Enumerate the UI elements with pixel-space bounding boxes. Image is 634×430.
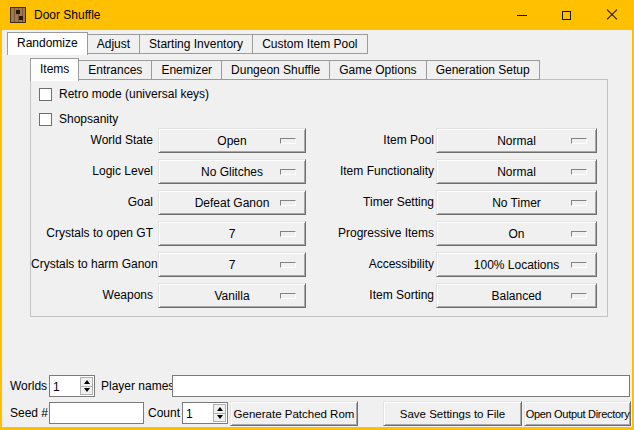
tab-items[interactable]: Items [30, 58, 79, 81]
count-label: Count [148, 406, 180, 420]
accessibility-dropdown[interactable]: 100% Locations [436, 252, 597, 277]
seed-label: Seed # [10, 406, 48, 420]
timer-setting-label: Timer Setting [311, 195, 434, 209]
dropdown-indicator-icon [280, 169, 296, 175]
count-spinner[interactable] [182, 402, 228, 424]
dropdown-indicator-icon [571, 262, 587, 268]
options-row: Goal Defeat Ganon Timer Setting No Timer [31, 190, 607, 215]
titlebar[interactable]: Door Shuffle [0, 0, 634, 30]
options-row: World State Open Item Pool Normal [31, 128, 607, 153]
tab-entrances[interactable]: Entrances [79, 60, 152, 80]
dropdown-indicator-icon [280, 262, 296, 268]
item-sorting-value: Balanced [491, 289, 541, 303]
dropdown-indicator-icon [571, 231, 587, 237]
weapons-label: Weapons [31, 288, 153, 302]
arrow-down-icon [84, 388, 90, 392]
tab-randomize[interactable]: Randomize [7, 32, 88, 55]
spin-up-button[interactable] [213, 404, 226, 414]
retro-mode-label: Retro mode (universal keys) [59, 87, 209, 101]
window-title: Door Shuffle [34, 8, 101, 22]
world-state-label: World State [31, 133, 153, 147]
sub-tab-bar: Items Entrances Enemizer Dungeon Shuffle… [30, 57, 540, 80]
generate-patched-rom-button[interactable]: Generate Patched Rom [230, 401, 358, 426]
item-pool-label: Item Pool [311, 133, 434, 147]
crystals-gt-dropdown[interactable]: 7 [158, 221, 306, 246]
dropdown-indicator-icon [280, 200, 296, 206]
shopsanity-label: Shopsanity [59, 112, 118, 126]
tab-game-options[interactable]: Game Options [330, 60, 426, 80]
progressive-items-dropdown[interactable]: On [436, 221, 597, 246]
timer-setting-value: No Timer [492, 196, 541, 210]
tab-dungeon-shuffle[interactable]: Dungeon Shuffle [222, 60, 330, 80]
item-functionality-dropdown[interactable]: Normal [436, 159, 597, 184]
dropdown-indicator-icon [571, 293, 587, 299]
tab-generation-setup[interactable]: Generation Setup [427, 60, 540, 80]
window-controls [499, 0, 634, 30]
retro-mode-checkbox-row[interactable]: Retro mode (universal keys) [39, 84, 209, 104]
world-state-value: Open [217, 134, 246, 148]
spin-down-button[interactable] [213, 414, 226, 423]
item-pool-dropdown[interactable]: Normal [436, 128, 597, 153]
item-sorting-label: Item Sorting [311, 288, 434, 302]
options-row: Logic Level No Glitches Item Functionali… [31, 159, 607, 184]
close-icon [606, 9, 618, 21]
save-settings-button[interactable]: Save Settings to File [383, 401, 522, 426]
item-sorting-dropdown[interactable]: Balanced [436, 283, 597, 308]
tab-enemizer[interactable]: Enemizer [152, 60, 222, 80]
goal-label: Goal [31, 195, 153, 209]
shopsanity-checkbox-row[interactable]: Shopsanity [39, 109, 118, 129]
close-button[interactable] [589, 0, 634, 30]
seed-input[interactable] [49, 402, 144, 424]
world-state-dropdown[interactable]: Open [158, 128, 306, 153]
arrow-up-icon [84, 380, 90, 384]
logic-level-dropdown[interactable]: No Glitches [158, 159, 306, 184]
player-names-label: Player names [101, 379, 174, 393]
shopsanity-checkbox[interactable] [39, 113, 52, 126]
options-row: Crystals to harm Ganon 7 Accessibility 1… [31, 252, 607, 277]
maximize-button[interactable] [544, 0, 589, 30]
worlds-label: Worlds [10, 379, 47, 393]
open-output-directory-button[interactable]: Open Output Directory [524, 401, 631, 426]
crystals-gt-value: 7 [229, 227, 236, 241]
main-tab-bar: Randomize Adjust Starting Inventory Cust… [7, 31, 368, 54]
tab-custom-item-pool[interactable]: Custom Item Pool [253, 34, 367, 54]
accessibility-label: Accessibility [311, 257, 434, 271]
item-pool-value: Normal [497, 134, 536, 148]
dropdown-indicator-icon [280, 138, 296, 144]
dropdown-indicator-icon [571, 138, 587, 144]
weapons-dropdown[interactable]: Vanilla [158, 283, 306, 308]
tab-starting-inventory[interactable]: Starting Inventory [140, 34, 253, 54]
timer-setting-dropdown[interactable]: No Timer [436, 190, 597, 215]
crystals-ganon-dropdown[interactable]: 7 [158, 252, 306, 277]
crystals-ganon-label: Crystals to harm Ganon [31, 257, 153, 271]
arrow-up-icon [217, 407, 223, 411]
dropdown-indicator-icon [280, 293, 296, 299]
retro-mode-checkbox[interactable] [39, 88, 52, 101]
weapons-value: Vanilla [214, 289, 249, 303]
worlds-spinner[interactable] [49, 375, 95, 397]
goal-value: Defeat Ganon [195, 196, 270, 210]
goal-dropdown[interactable]: Defeat Ganon [158, 190, 306, 215]
spin-down-button[interactable] [80, 387, 93, 396]
accessibility-value: 100% Locations [474, 258, 559, 272]
dropdown-indicator-icon [280, 231, 296, 237]
crystals-gt-label: Crystals to open GT [31, 226, 153, 240]
dropdown-indicator-icon [571, 169, 587, 175]
maximize-icon [562, 11, 571, 20]
minimize-button[interactable] [499, 0, 544, 30]
dropdown-indicator-icon [571, 200, 587, 206]
progressive-items-value: On [508, 227, 524, 241]
spin-up-button[interactable] [80, 377, 93, 387]
player-names-input[interactable] [172, 375, 630, 397]
items-pane: Retro mode (universal keys) Shopsanity W… [30, 79, 608, 317]
item-functionality-label: Item Functionality [311, 164, 434, 178]
door-shuffle-window: Door Shuffle Randomize Adjust Starting I… [0, 0, 634, 430]
arrow-down-icon [217, 415, 223, 419]
tab-adjust[interactable]: Adjust [88, 34, 140, 54]
options-row: Crystals to open GT 7 Progressive Items … [31, 221, 607, 246]
door-app-icon [10, 7, 26, 23]
minimize-icon [517, 15, 527, 16]
logic-level-label: Logic Level [31, 164, 153, 178]
crystals-ganon-value: 7 [229, 258, 236, 272]
logic-level-value: No Glitches [201, 165, 263, 179]
